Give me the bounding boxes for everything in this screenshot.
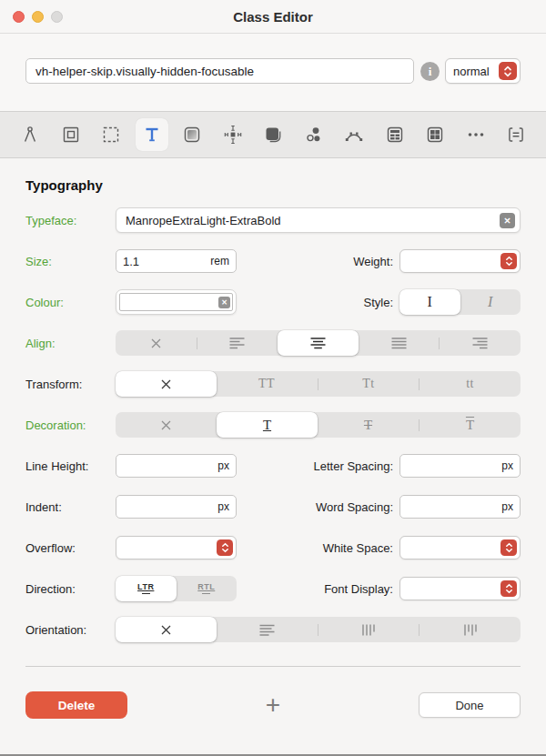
close-icon[interactable] <box>13 11 25 23</box>
typeface-field[interactable]: ✕ <box>116 207 521 233</box>
border-icon[interactable] <box>55 118 87 151</box>
direction-rtl-button[interactable]: RTL <box>177 576 238 601</box>
transform-none-button[interactable] <box>116 371 217 397</box>
font-display-label: Font Display: <box>237 582 399 596</box>
typography-icon[interactable] <box>136 118 168 151</box>
custom-code-icon[interactable] <box>500 118 532 151</box>
align-justify-icon <box>391 338 407 349</box>
table-icon[interactable] <box>379 118 411 151</box>
line-height-field[interactable]: px <box>116 454 237 478</box>
zoom-icon <box>51 11 63 23</box>
align-justify-button[interactable] <box>359 330 440 356</box>
size-label: Size: <box>25 255 116 268</box>
font-display-dropdown[interactable] <box>399 577 521 600</box>
lineheight-letterspacing-row: Line Height: px Letter Spacing: px <box>25 453 521 479</box>
info-icon[interactable]: i <box>420 62 440 81</box>
color-circles-icon[interactable] <box>298 118 330 151</box>
class-name-input[interactable] <box>25 58 414 84</box>
colour-style-row: Colour: ✕ Style: I I <box>25 289 521 315</box>
minimize-icon[interactable] <box>32 11 44 23</box>
align-left-button[interactable] <box>197 330 278 356</box>
decoration-overline-button[interactable]: T <box>420 412 521 438</box>
align-center-button[interactable] <box>278 330 359 356</box>
clear-typeface-icon[interactable]: ✕ <box>500 213 515 228</box>
section-title: Typography <box>25 177 521 193</box>
dimensions-icon[interactable] <box>217 118 249 151</box>
shadow-icon[interactable] <box>257 118 289 151</box>
overflow-label: Overflow: <box>25 541 116 555</box>
orientation-label: Orientation: <box>25 623 116 637</box>
decoration-segmented: T T T <box>116 412 521 438</box>
decoration-row: Decoration: T T T <box>25 412 521 438</box>
align-center-icon <box>310 338 326 349</box>
overline-icon: T <box>466 418 474 433</box>
transform-uppercase-button[interactable]: TT <box>217 371 318 397</box>
delete-button[interactable]: Delete <box>25 691 127 719</box>
stepper-icon <box>499 62 517 80</box>
indent-wordspacing-row: Indent: px Word Spacing: px <box>25 494 521 519</box>
grid-icon[interactable] <box>419 118 451 151</box>
footer-divider <box>25 666 521 667</box>
size-input[interactable] <box>123 255 210 268</box>
size-field[interactable]: rem <box>116 249 237 273</box>
align-right-icon <box>472 338 488 349</box>
style-italic-button[interactable]: I <box>460 289 521 315</box>
weight-dropdown[interactable] <box>399 249 521 273</box>
more-ellipsis-icon[interactable] <box>460 118 492 151</box>
colour-label: Colour: <box>25 296 116 309</box>
word-spacing-field[interactable]: px <box>399 495 521 519</box>
gradient-icon[interactable] <box>176 118 208 151</box>
orientation-vertical-button[interactable] <box>318 617 420 642</box>
colour-well[interactable]: ✕ <box>116 289 237 315</box>
overflow-dropdown[interactable] <box>116 536 237 559</box>
word-spacing-input[interactable] <box>407 500 501 514</box>
add-class-button[interactable]: + <box>266 692 280 718</box>
direction-label: Direction: <box>25 582 116 596</box>
margin-dashed-icon[interactable] <box>95 118 127 151</box>
decoration-strikethrough-button[interactable]: T <box>318 412 419 438</box>
align-none-button[interactable] <box>116 330 197 356</box>
transform-row: Transform: TT Tt tt <box>25 371 521 397</box>
ltr-icon: LTR <box>137 583 154 595</box>
strikethrough-icon: T <box>364 418 372 433</box>
line-height-label: Line Height: <box>25 459 116 473</box>
clear-colour-icon[interactable]: ✕ <box>218 297 230 308</box>
white-space-label: White Space: <box>237 541 399 555</box>
horizontal-lines-icon <box>259 624 275 636</box>
done-button[interactable]: Done <box>419 692 521 718</box>
transform-capitalize-button[interactable]: Tt <box>318 371 420 397</box>
typography-panel: Typography Typeface: ✕ Size: rem Weight: <box>0 177 546 667</box>
style-normal-button[interactable]: I <box>399 289 460 315</box>
orientation-horizontal-button[interactable] <box>217 617 318 642</box>
align-label: Align: <box>25 337 116 350</box>
transform-lowercase-button[interactable]: tt <box>420 371 521 397</box>
vertical-lines-icon <box>361 624 376 636</box>
orientation-none-button[interactable] <box>116 617 217 642</box>
class-editor-window: Class Editor i normal <box>0 0 546 756</box>
state-dropdown[interactable]: normal <box>445 58 521 84</box>
typeface-input[interactable] <box>126 214 500 227</box>
align-segmented <box>116 330 521 356</box>
decoration-none-button[interactable] <box>116 412 217 438</box>
indent-label: Indent: <box>25 500 116 514</box>
state-dropdown-value: normal <box>453 65 499 78</box>
align-right-button[interactable] <box>440 330 521 356</box>
x-icon <box>160 624 172 636</box>
letter-spacing-field[interactable]: px <box>399 454 521 478</box>
transform-segmented: TT Tt tt <box>116 371 521 397</box>
overflow-whitespace-row: Overflow: White Space: <box>25 535 521 560</box>
direction-fontdisplay-row: Direction: LTR RTL Font Display: <box>25 576 521 601</box>
typeface-row: Typeface: ✕ <box>25 207 521 233</box>
direction-ltr-button[interactable]: LTR <box>116 576 177 601</box>
indent-input[interactable] <box>123 500 217 514</box>
orientation-vertical-mixed-button[interactable] <box>420 617 521 642</box>
stepper-icon <box>500 539 517 556</box>
word-spacing-label: Word Spacing: <box>237 500 399 514</box>
white-space-dropdown[interactable] <box>399 536 521 559</box>
bezier-path-icon[interactable] <box>338 118 370 151</box>
compass-icon[interactable] <box>14 118 46 151</box>
indent-field[interactable]: px <box>116 495 237 519</box>
letter-spacing-input[interactable] <box>407 459 501 473</box>
line-height-input[interactable] <box>123 459 217 473</box>
decoration-underline-button[interactable]: T <box>217 412 318 438</box>
